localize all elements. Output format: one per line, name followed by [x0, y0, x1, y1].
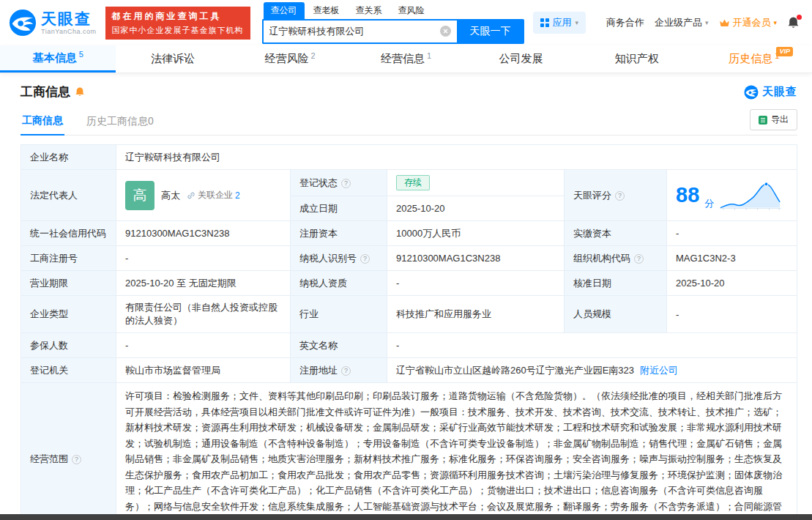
vip-badge: VIP [776, 47, 793, 56]
info-icon[interactable]: ? [341, 366, 351, 376]
search-tab-relation[interactable]: 查关系 [349, 2, 390, 19]
nearby-companies-link[interactable]: 附近公司 [640, 365, 678, 376]
export-icon [759, 116, 767, 125]
tab-basic-info[interactable]: 基本信息5 [0, 45, 116, 73]
search-box [262, 19, 457, 44]
label-reg-authority: 登记机关 [21, 358, 116, 383]
tianyancha-eye-icon [744, 85, 759, 100]
subtab-business-info[interactable]: 工商信息 [21, 108, 64, 135]
row-company-name: 企业名称 辽宁鞍研科技有限公司 [21, 145, 797, 170]
chevron-down-icon: ▾ [705, 19, 709, 26]
top-menu: 应用 ▾ 商务合作 企业级产品 ▾ 开通会员 ▾ 超级 [533, 12, 803, 34]
label-paid-capital: 实缴资本 [565, 221, 667, 246]
label-reg-number: 工商注册号 [21, 246, 116, 271]
menu-open-vip[interactable]: 开通会员 ▾ [719, 16, 778, 29]
related-count: 2 [235, 190, 240, 201]
search-button[interactable]: 天眼一下 [457, 19, 524, 44]
tab-label: 历史信息 [729, 52, 772, 66]
score-curve-chart [719, 179, 782, 212]
tab-label: 公司发展 [499, 52, 543, 66]
brand-watermark-label: 天眼查 [762, 85, 797, 99]
tianyancha-logo[interactable]: 天眼查 TianYanCha.com [9, 9, 97, 37]
brand-name: 天眼查 [41, 10, 97, 27]
tab-label: 经营信息 [381, 52, 425, 66]
clear-search-icon[interactable] [440, 26, 451, 37]
search-tab-risk[interactable]: 查风险 [391, 2, 432, 19]
tab-operating-info[interactable]: 经营信息1 [348, 45, 463, 73]
value-approval-date: 2025-10-20 [667, 271, 797, 296]
value-industry: 科技推广和应用服务业 [387, 296, 565, 333]
menu-enterprise-products[interactable]: 企业级产品 ▾ [655, 16, 709, 29]
value-reg-address: 辽宁省鞍山市立山区越岭路260号辽宁激光产业园E南323附近公司 [387, 358, 797, 383]
tab-operating-risk[interactable]: 经营风险2 [232, 45, 348, 73]
tab-label: 知识产权 [615, 52, 659, 66]
search-input[interactable] [269, 26, 440, 37]
business-info-table: 企业名称 辽宁鞍研科技有限公司 法定代表人 高 高太 关联企业 2 [21, 144, 797, 520]
tab-history-info[interactable]: 历史信息1 VIP [696, 45, 812, 73]
tianyancha-eye-icon [9, 9, 37, 37]
tab-label: 经营风险 [264, 52, 308, 66]
label-business-scope: 经营范围? [21, 383, 116, 520]
label-staff-size: 人员规模 [565, 296, 667, 333]
row-credit-code: 统一社会信用代码 91210300MAG1C3N238 注册资本 10000万人… [21, 221, 797, 246]
label-industry: 行业 [291, 296, 387, 333]
score-number: 88 [676, 185, 699, 206]
value-tianyan-score[interactable]: 88 分 [667, 170, 797, 221]
row-insured-count: 参保人数 - 英文名称 - [21, 333, 797, 358]
menu-cooperation[interactable]: 商务合作 [606, 16, 644, 29]
section-header: 工商信息 天眼查 [21, 83, 797, 100]
value-reg-capital: 10000万人民币 [387, 221, 565, 246]
tab-intellectual-property[interactable]: 知识产权 [580, 45, 696, 73]
crown-icon [719, 19, 730, 27]
subtab-history-business-info[interactable]: 历史工商信息0 [85, 108, 155, 135]
label-legal-rep: 法定代表人 [21, 170, 116, 221]
label-company-type: 企业类型 [21, 296, 116, 333]
value-reg-authority: 鞍山市市场监督管理局 [116, 358, 291, 383]
section-title: 工商信息 [21, 83, 70, 100]
apps-menu[interactable]: 应用 ▾ [533, 12, 586, 34]
search-tab-boss[interactable]: 查老板 [306, 2, 347, 19]
label-credit-code: 统一社会信用代码 [21, 221, 116, 246]
search-tab-company[interactable]: 查公司 [264, 2, 305, 19]
row-reg-number: 工商注册号 - 纳税人识别号? 91210300MAG1C3N238 组织机构代… [21, 246, 797, 271]
label-english-name: 英文名称 [291, 333, 387, 358]
label-tianyan-score: 天眼评分? [565, 170, 667, 221]
legal-rep-avatar[interactable]: 高 [125, 181, 154, 210]
value-insured-count: - [116, 333, 291, 358]
value-company-name: 辽宁鞍研科技有限公司 [116, 145, 797, 170]
apps-label: 应用 [553, 16, 572, 29]
search-tabs: 查公司 查老板 查关系 查风险 [264, 2, 524, 19]
info-icon[interactable]: ? [634, 254, 644, 264]
value-taxpayer-id: 91210300MAG1C3N238 [387, 246, 565, 271]
info-icon[interactable]: ? [360, 254, 370, 264]
notifications-bell[interactable] [787, 16, 800, 29]
info-icon[interactable]: ? [341, 179, 351, 188]
label-approval-date: 核准日期 [565, 271, 667, 296]
value-legal-rep: 高 高太 关联企业 2 [116, 170, 291, 221]
row-business-term: 营业期限 2025-10-20 至 无固定期限 纳税人资质 - 核准日期 202… [21, 271, 797, 296]
label-taxpayer-id: 纳税人识别号? [291, 246, 387, 271]
export-label: 导出 [771, 114, 789, 126]
value-company-type: 有限责任公司（非自然人投资或控股的法人独资） [116, 296, 291, 333]
notification-dot [797, 15, 802, 20]
value-staff-size: - [667, 296, 797, 333]
grid-icon [540, 18, 549, 27]
score-unit: 分 [704, 197, 714, 210]
label-insured-count: 参保人数 [21, 333, 116, 358]
export-button[interactable]: 导出 [750, 109, 797, 130]
tab-legal-litigation[interactable]: 法律诉讼 [116, 45, 231, 73]
related-companies-link[interactable]: 关联企业 2 [187, 189, 240, 201]
row-reg-authority: 登记机关 鞍山市市场监督管理局 注册地址? 辽宁省鞍山市立山区越岭路260号辽宁… [21, 358, 797, 383]
value-business-scope: 许可项目：检验检测服务；文件、资料等其他印刷品印刷；印刷品装订服务；道路货物运输… [116, 383, 797, 520]
subscribe-bell-icon[interactable] [75, 86, 85, 97]
legal-rep-name[interactable]: 高太 [161, 189, 180, 202]
row-company-type: 企业类型 有限责任公司（非自然人投资或控股的法人独资） 行业 科技推广和应用服务… [21, 296, 797, 333]
brand-watermark: 天眼查 [744, 85, 797, 100]
tab-company-development[interactable]: 公司发展 [464, 45, 580, 73]
value-reg-number: - [116, 246, 291, 271]
tab-label: 法律诉讼 [151, 52, 195, 66]
content-area: 工商信息 天眼查 工商信息 历史工商信息0 导出 [0, 73, 812, 520]
info-icon[interactable]: ? [72, 455, 81, 464]
slogan-line2: 国家中小企业发展子基金旗下机构 [112, 25, 244, 36]
info-icon[interactable]: ? [615, 191, 625, 201]
